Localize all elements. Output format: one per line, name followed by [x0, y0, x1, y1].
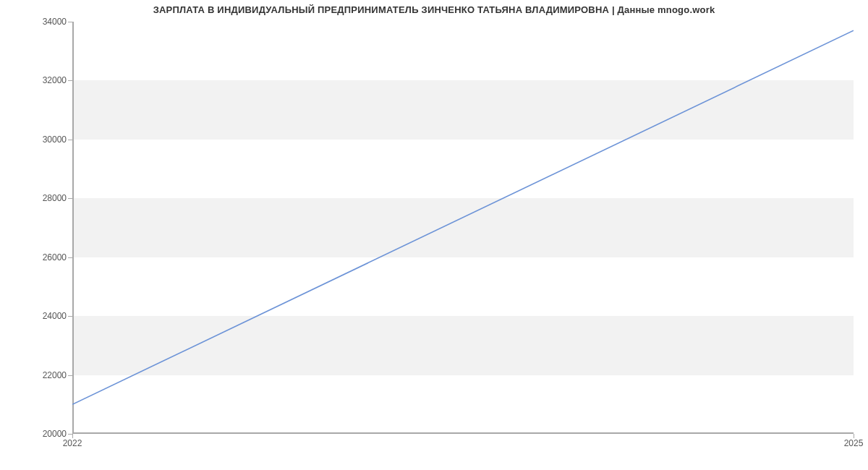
chart-title: ЗАРПЛАТА В ИНДИВИДУАЛЬНЫЙ ПРЕДПРИНИМАТЕЛ… [0, 4, 868, 15]
y-tick-mark [68, 375, 72, 376]
y-tick-mark [68, 22, 72, 22]
y-tick-mark [68, 316, 72, 317]
x-tick-mark [854, 434, 854, 438]
x-tick-mark [72, 434, 73, 438]
plot-area: 2000022000240002600028000300003200034000… [72, 22, 854, 434]
x-axis-line [72, 432, 854, 434]
grid-band [72, 80, 854, 139]
y-tick-mark [68, 198, 72, 199]
y-axis-line [72, 22, 74, 434]
y-tick-mark [68, 257, 72, 258]
y-tick-mark [68, 140, 72, 140]
y-tick-mark [68, 80, 72, 81]
grid-band [72, 316, 854, 375]
grid-band [72, 198, 854, 257]
chart-container: ЗАРПЛАТА В ИНДИВИДУАЛЬНЫЙ ПРЕДПРИНИМАТЕЛ… [0, 0, 868, 470]
